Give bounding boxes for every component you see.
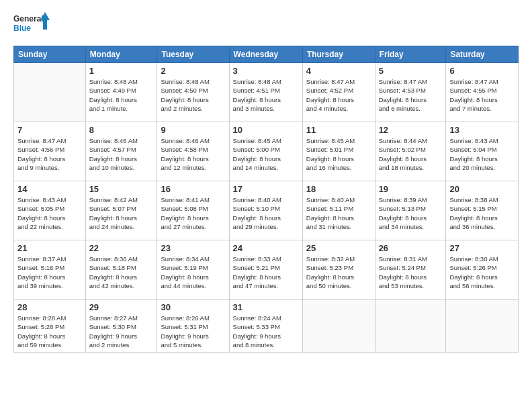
- day-number: 15: [89, 184, 154, 194]
- day-number: 31: [233, 302, 299, 312]
- calendar-cell: 16Sunrise: 8:41 AM Sunset: 5:08 PM Dayli…: [157, 181, 229, 240]
- day-info: Sunrise: 8:48 AM Sunset: 4:49 PM Dayligh…: [89, 77, 154, 113]
- day-number: 12: [379, 125, 443, 135]
- day-info: Sunrise: 8:47 AM Sunset: 4:55 PM Dayligh…: [449, 77, 515, 113]
- day-number: 3: [233, 66, 299, 76]
- day-info: Sunrise: 8:47 AM Sunset: 4:53 PM Dayligh…: [379, 77, 443, 113]
- day-number: 23: [161, 243, 225, 253]
- day-info: Sunrise: 8:42 AM Sunset: 5:07 PM Dayligh…: [89, 195, 154, 231]
- calendar-cell: 24Sunrise: 8:33 AM Sunset: 5:21 PM Dayli…: [229, 240, 302, 300]
- logo: GeneralBlue: [13, 11, 54, 38]
- calendar-cell: 2Sunrise: 8:48 AM Sunset: 4:50 PM Daylig…: [157, 63, 229, 122]
- weekday-header: Wednesday: [229, 46, 302, 63]
- calendar-cell: 26Sunrise: 8:31 AM Sunset: 5:24 PM Dayli…: [375, 240, 446, 300]
- day-info: Sunrise: 8:28 AM Sunset: 5:28 PM Dayligh…: [17, 314, 82, 349]
- calendar-cell: 5Sunrise: 8:47 AM Sunset: 4:53 PM Daylig…: [375, 63, 446, 122]
- calendar-cell: 17Sunrise: 8:40 AM Sunset: 5:10 PM Dayli…: [229, 181, 302, 240]
- calendar-cell: 1Sunrise: 8:48 AM Sunset: 4:49 PM Daylig…: [85, 63, 157, 122]
- header: GeneralBlue: [13, 11, 519, 38]
- day-info: Sunrise: 8:26 AM Sunset: 5:31 PM Dayligh…: [161, 314, 225, 349]
- calendar-cell: 31Sunrise: 8:24 AM Sunset: 5:33 PM Dayli…: [229, 300, 302, 353]
- day-info: Sunrise: 8:40 AM Sunset: 5:11 PM Dayligh…: [306, 195, 371, 231]
- calendar-cell: [302, 300, 375, 353]
- day-info: Sunrise: 8:32 AM Sunset: 5:23 PM Dayligh…: [306, 255, 371, 290]
- calendar-cell: 23Sunrise: 8:34 AM Sunset: 5:19 PM Dayli…: [157, 240, 229, 300]
- day-info: Sunrise: 8:37 AM Sunset: 5:16 PM Dayligh…: [17, 255, 82, 290]
- day-number: 6: [449, 66, 515, 76]
- calendar-cell: 12Sunrise: 8:44 AM Sunset: 5:02 PM Dayli…: [375, 122, 446, 181]
- day-info: Sunrise: 8:34 AM Sunset: 5:19 PM Dayligh…: [161, 255, 225, 290]
- svg-text:Blue: Blue: [13, 24, 31, 33]
- day-number: 18: [306, 184, 371, 194]
- calendar-cell: 6Sunrise: 8:47 AM Sunset: 4:55 PM Daylig…: [446, 63, 519, 122]
- day-info: Sunrise: 8:31 AM Sunset: 5:24 PM Dayligh…: [379, 255, 443, 290]
- day-number: 17: [233, 184, 299, 194]
- calendar-cell: 20Sunrise: 8:38 AM Sunset: 5:15 PM Dayli…: [446, 181, 519, 240]
- svg-text:General: General: [13, 14, 44, 24]
- day-info: Sunrise: 8:46 AM Sunset: 4:57 PM Dayligh…: [89, 136, 154, 172]
- calendar-cell: 9Sunrise: 8:46 AM Sunset: 4:58 PM Daylig…: [157, 122, 229, 181]
- calendar-cell: 21Sunrise: 8:37 AM Sunset: 5:16 PM Dayli…: [14, 240, 86, 300]
- day-info: Sunrise: 8:40 AM Sunset: 5:10 PM Dayligh…: [233, 195, 299, 231]
- day-number: 19: [379, 184, 443, 194]
- day-info: Sunrise: 8:43 AM Sunset: 5:05 PM Dayligh…: [17, 195, 82, 231]
- day-number: 13: [449, 125, 515, 135]
- calendar-cell: 13Sunrise: 8:43 AM Sunset: 5:04 PM Dayli…: [446, 122, 519, 181]
- calendar-cell: 22Sunrise: 8:36 AM Sunset: 5:18 PM Dayli…: [85, 240, 157, 300]
- day-number: 27: [449, 243, 515, 253]
- weekday-header: Saturday: [446, 46, 519, 63]
- day-info: Sunrise: 8:45 AM Sunset: 5:01 PM Dayligh…: [306, 136, 371, 172]
- calendar-cell: 29Sunrise: 8:27 AM Sunset: 5:30 PM Dayli…: [85, 300, 157, 353]
- calendar-cell: [14, 63, 86, 122]
- day-info: Sunrise: 8:27 AM Sunset: 5:30 PM Dayligh…: [89, 314, 154, 349]
- calendar-week-row: 1Sunrise: 8:48 AM Sunset: 4:49 PM Daylig…: [14, 63, 519, 122]
- day-number: 10: [233, 125, 299, 135]
- calendar-cell: 19Sunrise: 8:39 AM Sunset: 5:13 PM Dayli…: [375, 181, 446, 240]
- day-number: 5: [379, 66, 443, 76]
- day-number: 20: [449, 184, 515, 194]
- calendar-cell: 15Sunrise: 8:42 AM Sunset: 5:07 PM Dayli…: [85, 181, 157, 240]
- day-info: Sunrise: 8:30 AM Sunset: 5:26 PM Dayligh…: [449, 255, 515, 290]
- weekday-header: Tuesday: [157, 46, 229, 63]
- day-info: Sunrise: 8:33 AM Sunset: 5:21 PM Dayligh…: [233, 255, 299, 290]
- day-info: Sunrise: 8:44 AM Sunset: 5:02 PM Dayligh…: [379, 136, 443, 172]
- calendar-cell: 4Sunrise: 8:47 AM Sunset: 4:52 PM Daylig…: [302, 63, 375, 122]
- calendar-cell: 8Sunrise: 8:46 AM Sunset: 4:57 PM Daylig…: [85, 122, 157, 181]
- day-info: Sunrise: 8:45 AM Sunset: 5:00 PM Dayligh…: [233, 136, 299, 172]
- calendar-cell: 25Sunrise: 8:32 AM Sunset: 5:23 PM Dayli…: [302, 240, 375, 300]
- day-number: 21: [17, 243, 82, 253]
- calendar-week-row: 21Sunrise: 8:37 AM Sunset: 5:16 PM Dayli…: [14, 240, 519, 300]
- calendar-week-row: 14Sunrise: 8:43 AM Sunset: 5:05 PM Dayli…: [14, 181, 519, 240]
- day-number: 22: [89, 243, 154, 253]
- day-number: 26: [379, 243, 443, 253]
- day-number: 14: [17, 184, 82, 194]
- day-info: Sunrise: 8:46 AM Sunset: 4:58 PM Dayligh…: [161, 136, 225, 172]
- day-number: 29: [89, 302, 154, 312]
- calendar-cell: [375, 300, 446, 353]
- day-info: Sunrise: 8:36 AM Sunset: 5:18 PM Dayligh…: [89, 255, 154, 290]
- weekday-header: Thursday: [302, 46, 375, 63]
- day-number: 9: [161, 125, 225, 135]
- calendar-cell: 3Sunrise: 8:48 AM Sunset: 4:51 PM Daylig…: [229, 63, 302, 122]
- weekday-header: Friday: [375, 46, 446, 63]
- day-number: 24: [233, 243, 299, 253]
- calendar-cell: 28Sunrise: 8:28 AM Sunset: 5:28 PM Dayli…: [14, 300, 86, 353]
- day-number: 25: [306, 243, 371, 253]
- day-number: 16: [161, 184, 225, 194]
- calendar-cell: 10Sunrise: 8:45 AM Sunset: 5:00 PM Dayli…: [229, 122, 302, 181]
- logo-svg: GeneralBlue: [13, 11, 54, 38]
- day-info: Sunrise: 8:41 AM Sunset: 5:08 PM Dayligh…: [161, 195, 225, 231]
- page-container: GeneralBlue SundayMondayTuesdayWednesday…: [0, 0, 532, 361]
- day-number: 1: [89, 66, 154, 76]
- day-info: Sunrise: 8:47 AM Sunset: 4:52 PM Dayligh…: [306, 77, 371, 113]
- day-info: Sunrise: 8:48 AM Sunset: 4:51 PM Dayligh…: [233, 77, 299, 113]
- day-number: 2: [161, 66, 225, 76]
- day-number: 30: [161, 302, 225, 312]
- calendar-cell: 27Sunrise: 8:30 AM Sunset: 5:26 PM Dayli…: [446, 240, 519, 300]
- day-number: 11: [306, 125, 371, 135]
- day-info: Sunrise: 8:39 AM Sunset: 5:13 PM Dayligh…: [379, 195, 443, 231]
- day-info: Sunrise: 8:47 AM Sunset: 4:56 PM Dayligh…: [17, 136, 82, 172]
- calendar-cell: 30Sunrise: 8:26 AM Sunset: 5:31 PM Dayli…: [157, 300, 229, 353]
- weekday-header: Sunday: [14, 46, 86, 63]
- calendar-table: SundayMondayTuesdayWednesdayThursdayFrid…: [13, 46, 519, 353]
